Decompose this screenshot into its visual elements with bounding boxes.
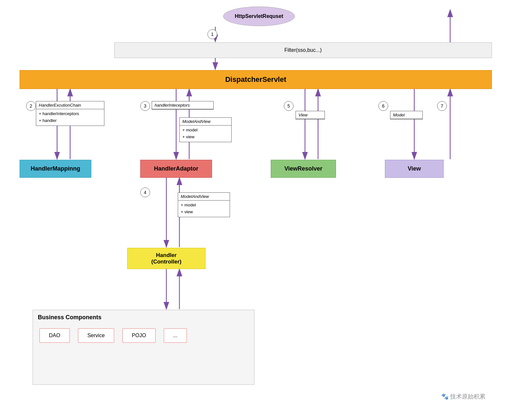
step-5: 5 <box>284 101 294 111</box>
model-and-view-2-body: + model + view <box>178 201 230 217</box>
handler-execution-chain-box: HandlerExcutionChain + handlerIntercepto… <box>36 101 104 126</box>
diagram-container: HttpServletRequset 1 Filter(sso,buc...) … <box>0 0 518 420</box>
view-resolver-box: ViewResolver <box>271 160 336 178</box>
dispatcher-label: DispatcherServlet <box>225 75 286 84</box>
view-small-header: View <box>296 111 325 119</box>
filter-label: Filter(sso,buc...) <box>284 47 322 53</box>
handler-controller-box: Handler(Controller) <box>127 248 206 269</box>
step-1: 1 <box>207 29 217 39</box>
handler-mapping-label: HandlerMappinng <box>31 165 80 172</box>
model-small-header: Model <box>390 111 422 119</box>
http-request-label: HttpServletRequset <box>235 13 283 19</box>
view-resolver-label: ViewResolver <box>284 165 323 172</box>
model-and-view-1-header: ModelAndView <box>180 118 231 126</box>
view-component-label: View <box>408 165 421 172</box>
business-item-more: ... <box>164 328 187 343</box>
step-4: 4 <box>140 188 150 197</box>
step-6: 6 <box>378 101 388 111</box>
handler-execution-chain-body: + handlerInterceptors + handler <box>36 109 104 126</box>
handler-interceptors-box: handlerInteceptors <box>152 101 214 110</box>
view-small-box: View <box>296 111 325 119</box>
business-components-box: Business Components DAO Service POJO ... <box>33 310 254 385</box>
view-component-box: View <box>385 160 444 178</box>
model-small-box: Model <box>390 111 423 119</box>
handler-execution-chain-header: HandlerExcutionChain <box>36 101 104 109</box>
model-and-view-2-header: ModelAndView <box>178 193 230 201</box>
step-2: 2 <box>26 101 36 111</box>
business-title: Business Components <box>33 310 254 323</box>
model-and-view-box-2: ModelAndView + model + view <box>178 192 230 217</box>
http-request-ellipse: HttpServletRequset <box>223 7 295 26</box>
dispatcher-servlet-bar: DispatcherServlet <box>20 70 492 89</box>
business-item-dao: DAO <box>39 328 70 343</box>
model-and-view-box-1: ModelAndView + model + view <box>179 117 232 142</box>
business-items: DAO Service POJO ... <box>33 323 254 348</box>
handler-mapping-box: HandlerMappinng <box>20 160 91 178</box>
model-and-view-1-body: + model + view <box>180 126 231 142</box>
step-3: 3 <box>140 101 150 111</box>
handler-adaptor-label: HandlerAdaptor <box>154 165 198 172</box>
handler-interceptors-header: handlerInteceptors <box>152 101 213 109</box>
handler-controller-label: Handler(Controller) <box>151 252 182 265</box>
handler-adaptor-box: HandlerAdaptor <box>140 160 212 178</box>
watermark: 🐾 技术原始积累 <box>441 393 485 400</box>
business-item-pojo: POJO <box>122 328 156 343</box>
business-item-service: Service <box>78 328 114 343</box>
step-7: 7 <box>437 101 447 111</box>
filter-box: Filter(sso,buc...) <box>114 42 492 58</box>
